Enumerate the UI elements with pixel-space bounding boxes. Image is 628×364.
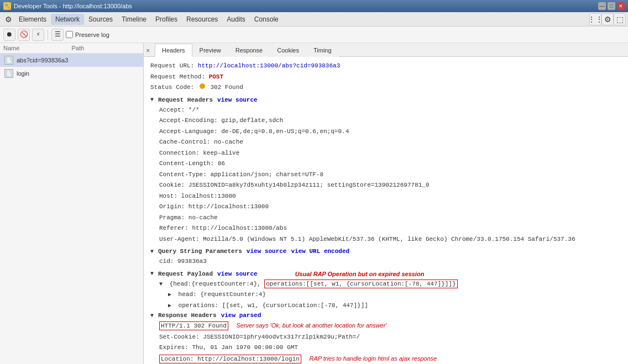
query-string-toggle: ▼ [150, 249, 154, 255]
file-name-login: login [17, 70, 29, 77]
cid-value: 993836a3 [177, 258, 207, 265]
head-arrow: ▶ [168, 291, 175, 299]
set-cookie-label: Set-Cookie: [159, 334, 203, 340]
request-url-row: Request URL: http://localhost:13000/abs?… [150, 61, 621, 71]
view-toggle-button[interactable]: ☰ [51, 29, 64, 41]
host-row: Host: localhost:13000 [159, 192, 621, 201]
response-headers-toggle: ▼ [150, 313, 154, 319]
view-url-encoded-link[interactable]: view URL encoded [291, 248, 349, 255]
referer-label: Referer: [159, 225, 192, 231]
maximize-button[interactable]: □ [608, 2, 615, 10]
status-code-value: 302 Found [210, 84, 243, 91]
menu-timeline[interactable]: Timeline [117, 14, 151, 25]
content-type-row: Content-Type: application/json; charset=… [159, 170, 621, 180]
status-code-label: Status Code: [150, 84, 198, 91]
file-name-abs: abs?cid=993836a3 [17, 57, 68, 64]
request-url-value: http://localhost:13000/abs?cid=993836a3 [198, 62, 340, 69]
menu-network[interactable]: Network [51, 14, 84, 25]
menu-profiles[interactable]: Profiles [151, 14, 182, 25]
user-agent-row: User-Agent: Mozilla/5.0 (Windows NT 5.1)… [159, 235, 621, 244]
cid-label: cid: [159, 258, 177, 265]
close-button[interactable]: ✕ [617, 2, 625, 10]
menu-elements[interactable]: Elements [14, 14, 51, 25]
file-item-login[interactable]: 📄 login [0, 67, 143, 80]
cache-control-value: no-cache [214, 139, 243, 145]
cache-control-label: Cache-Control: [159, 139, 214, 145]
settings-button[interactable]: ⚙ [601, 13, 614, 25]
undock-button[interactable]: ⬚ [614, 13, 626, 25]
close-panel-button[interactable]: ✕ [146, 46, 150, 55]
payload-ops-row: ▶ operations: [[set, w1, {cursorLocation… [168, 301, 621, 310]
tab-timing[interactable]: Timing [306, 44, 339, 57]
cid-row: cid: 993836a3 [159, 257, 621, 266]
tab-preview[interactable]: Preview [192, 44, 228, 57]
origin-label: Origin: [159, 203, 189, 210]
payload-expand-arrow: ▼ [159, 280, 166, 288]
accept-row: Accept: */* [159, 105, 621, 115]
filter-button[interactable]: ⚡ [32, 29, 44, 41]
user-agent-label: User-Agent: [159, 236, 203, 242]
expires-row: Expires: Thu, 01 Jan 1970 00:00:00 GMT [159, 343, 621, 352]
origin-row: Origin: http://localhost:13000 [159, 202, 621, 212]
network-toolbar: ⏺ 🚫 ⚡ ☰ Preserve log [0, 27, 628, 43]
menu-sources[interactable]: Sources [84, 14, 117, 25]
pragma-value: no-cache [189, 214, 218, 221]
response-headers-section: ▼ Response Headers view parsed [150, 312, 621, 319]
preserve-log-checkbox[interactable] [66, 31, 73, 38]
response-headers-title: Response Headers [158, 312, 217, 319]
payload-expanded: ▶ head: {requestCounter:4} ▶ operations:… [159, 290, 621, 310]
preserve-log-label: Preserve log [75, 31, 109, 38]
payload-line-row: ▼ {head:{requestCounter:4}, operations:[… [159, 279, 621, 289]
http302-row: HTTP/1.1 302 Found Server says 'Ok, but … [159, 321, 621, 331]
tabs-bar: ✕ Headers Preview Response Cookies Timin… [144, 43, 628, 57]
tab-headers[interactable]: Headers [155, 44, 192, 57]
payload-body: ▼ {head:{requestCounter:4}, operations:[… [150, 279, 621, 310]
title-bar: 🔧 Developer Tools - http://localhost:130… [0, 0, 628, 12]
tab-response[interactable]: Response [228, 44, 270, 57]
payload-ops-value: operations: [[set, w1, {cursorLocation:[… [179, 302, 368, 309]
view-source-payload-link[interactable]: view source [217, 271, 258, 277]
connection-value: keep-alive [203, 150, 239, 156]
payload-head-row: ▶ head: {requestCounter:4} [168, 290, 621, 299]
request-method-value: POST [209, 73, 223, 80]
clear-button[interactable]: 🚫 [18, 29, 30, 41]
set-cookie-value: JSESSIONID=1phry40odvtx317rzlp1km29u;Pat… [203, 334, 360, 340]
view-source-link[interactable]: view source [217, 97, 258, 103]
menu-console[interactable]: Console [250, 14, 283, 25]
request-method-label: Request Method: [150, 73, 209, 80]
devtools-logo: ⚙ [2, 13, 14, 25]
payload-head-value: head: {requestCounter:4} [179, 291, 266, 298]
request-method-row: Request Method: POST [150, 72, 621, 82]
menu-audits[interactable]: Audits [222, 14, 249, 25]
accept-encoding-value: gzip,deflate,sdch [221, 117, 283, 124]
accept-language-value: de-DE,de;q=0.8,en-US;q=0.6,en;q=0.4 [221, 128, 349, 135]
accept-value: */* [189, 107, 200, 113]
view-parsed-link[interactable]: view parsed [221, 312, 261, 319]
file-icon-login: 📄 [4, 69, 13, 78]
title-bar-controls[interactable]: — □ ✕ [598, 2, 625, 10]
menu-bar: ⚙ Elements Network Sources Timeline Prof… [0, 12, 628, 27]
file-icon-abs: 📄 [4, 56, 13, 65]
accept-language-label: Accept-Language: [159, 128, 221, 135]
referer-row: Referer: http://localhost:13000/abs [159, 224, 621, 233]
minimize-button[interactable]: — [598, 2, 606, 10]
content-type-label: Content-Type: [159, 171, 210, 178]
headers-content: Request URL: http://localhost:13000/abs?… [144, 57, 628, 364]
cookie-row: Cookie: JSESSIONID=a8ky7d5xuhty14b0lzp34… [159, 181, 621, 190]
pragma-label: Pragma: [159, 214, 189, 221]
menu-resources[interactable]: Resources [182, 14, 222, 25]
origin-value: http://localhost:13000 [189, 203, 269, 210]
devtools-icon: 🔧 [3, 2, 11, 10]
tab-cookies[interactable]: Cookies [270, 44, 306, 57]
record-button[interactable]: ⏺ [3, 29, 15, 41]
main-layout: Name Path 📄 abs?cid=993836a3 📄 login ✕ H… [0, 43, 628, 364]
host-value: localhost:13000 [181, 193, 236, 199]
response-headers-body: HTTP/1.1 302 Found Server says 'Ok, but … [150, 321, 621, 364]
preserve-log-container: Preserve log [66, 31, 109, 38]
user-agent-value: Mozilla/5.0 (Windows NT 5.1) AppleWebKit… [203, 236, 575, 242]
view-source-qs-link[interactable]: view source [247, 248, 287, 255]
connection-label: Connection: [159, 150, 203, 156]
file-item-abs[interactable]: 📄 abs?cid=993836a3 [0, 54, 143, 67]
dock-button[interactable]: ⋮⋮ [589, 13, 601, 25]
payload-prefix: {head:{requestCounter:4}, [170, 281, 265, 287]
